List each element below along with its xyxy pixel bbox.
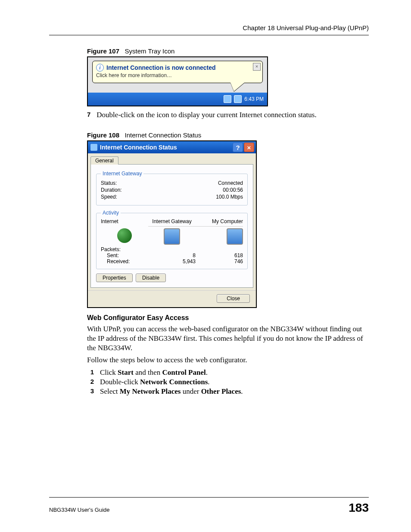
notification-balloon[interactable]: × i Internet Connection is now connected… [92,61,263,83]
step-3-text-a: Select [100,387,120,395]
step-1-number: 1 [87,368,94,377]
disable-button[interactable]: Disable [136,274,166,282]
info-icon: i [96,64,104,72]
step-3-text-e: . [241,387,243,395]
activity-col-internet: Internet [101,218,148,224]
step-3-number: 3 [87,387,94,396]
gateway-monitor-icon [164,228,180,245]
step-2-text-a: Double-click [100,378,140,386]
sent-gateway-value: 8 [148,252,196,258]
step-1-bold-start: Start [118,368,134,376]
status-label: Status: [101,180,117,186]
balloon-title-text: Internet Connection is now connected [106,64,216,71]
step-7-text: Double-click on the icon to display your… [97,111,316,119]
figure-107-caption: Figure 107 System Tray Icon [87,47,369,55]
group-activity-legend: Activity [101,210,121,216]
computer-monitor-icon [227,228,243,245]
dialog-button-row: Properties Disable [96,274,248,282]
packets-label: Packets: [101,246,148,252]
balloon-subtext: Click here for more information… [96,72,251,78]
activity-col-gateway: Internet Gateway [148,218,196,224]
step-1-text-a: Click [100,368,118,376]
tab-panel-general: Internet Gateway Status: Connected Durat… [90,164,253,288]
properties-button[interactable]: Properties [96,274,133,282]
dialog-titlebar[interactable]: Internet Connection Status ? × [88,141,256,153]
step-3-bold-my-network-places: My Network Places [120,387,181,395]
activity-line-right [196,226,243,227]
activity-col-computer: My Computer [196,218,243,224]
group-internet-gateway: Internet Gateway Status: Connected Durat… [96,171,248,205]
steps-list: 1 Click Start and then Control Panel. 2 … [87,368,369,396]
step-2-number: 2 [87,378,94,386]
section-subheading: Web Configurator Easy Access [87,314,369,322]
connection-status-dialog: Internet Connection Status ? × General I… [87,140,257,308]
help-button[interactable]: ? [233,143,243,152]
step-1-text-e: . [206,368,208,376]
sent-label: Sent: [101,252,148,258]
step-7: 7 Double-click on the icon to display yo… [87,111,369,119]
footer-page-number: 183 [349,501,369,515]
tab-row: General [88,153,256,164]
paragraph-2: Follow the steps below to access the web… [87,355,369,365]
received-gateway-value: 5,943 [148,258,196,264]
close-button[interactable]: × [244,143,254,152]
balloon-close-button[interactable]: × [253,63,261,71]
figure-107-title: System Tray Icon [125,47,175,55]
page-header: Chapter 18 Universal Plug-and-Play (UPnP… [49,24,369,35]
step-3-bold-other-places: Other Places [201,387,241,395]
tray-network-icon[interactable] [224,95,231,103]
status-value: Connected [218,180,243,186]
globe-icon [117,228,132,243]
taskbar: 6:43 PM [88,93,267,106]
speed-value: 100.0 Mbps [216,194,243,200]
dialog-footer: Close [88,290,256,307]
tab-general[interactable]: General [90,156,118,165]
speed-label: Speed: [101,194,117,200]
activity-line-left [148,226,196,227]
step-1-text-c: and then [134,368,162,376]
footer-guide-name: NBG334W User's Guide [49,507,109,513]
received-computer-value: 746 [196,258,243,264]
page-footer: NBG334W User's Guide 183 [49,497,369,515]
figure-107-number: Figure 107 [87,47,119,55]
step-7-number: 7 [87,111,90,119]
duration-label: Duration: [101,187,122,193]
step-2-bold-network-connections: Network Connections [140,378,208,386]
close-dialog-button[interactable]: Close [217,294,250,303]
group-internet-gateway-legend: Internet Gateway [101,171,143,177]
sent-computer-value: 618 [196,252,243,258]
balloon-tail [230,83,244,91]
dialog-title: Internet Connection Status [100,144,177,151]
figure-108-caption: Figure 108 Internet Connection Status [87,131,369,139]
step-2-text-c: . [208,378,209,386]
received-label: Received: [101,258,148,264]
taskbar-clock: 6:43 PM [244,96,264,102]
step-3: 3 Select My Network Places under Other P… [87,387,369,396]
step-3-text-c: under [181,387,201,395]
step-1: 1 Click Start and then Control Panel. [87,368,369,377]
tray-network-icon-2[interactable] [234,95,242,103]
duration-value: 00:00:56 [223,187,243,193]
figure-107: × i Internet Connection is now connected… [87,56,268,106]
step-2: 2 Double-click Network Connections. [87,378,369,386]
chapter-title: Chapter 18 Universal Plug-and-Play (UPnP… [243,24,369,31]
step-1-bold-control-panel: Control Panel [162,368,206,376]
figure-108-number: Figure 108 [87,131,119,139]
paragraph-1: With UPnP, you can access the web-based … [87,324,369,353]
figure-108-title: Internet Connection Status [125,131,202,139]
dialog-icon [90,144,97,151]
group-activity: Activity Internet Internet Gateway My Co… [96,210,248,269]
